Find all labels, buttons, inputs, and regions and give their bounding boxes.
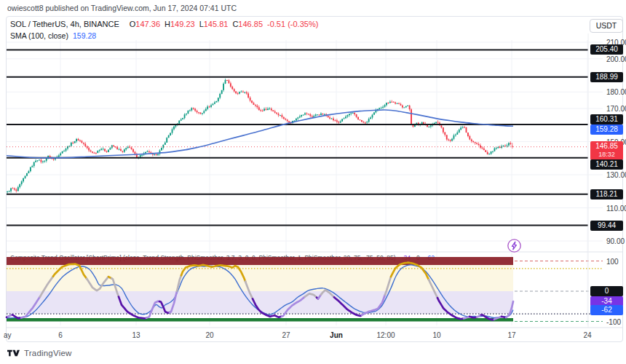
oscillator-tick: -100	[606, 317, 621, 325]
price-badge: 188.99	[590, 72, 623, 82]
sma-label: SMA (100, close)	[10, 31, 68, 40]
time-label: 12:00	[376, 331, 395, 339]
price-badge: 160.31	[590, 114, 623, 124]
ohlc-value: 146.85	[238, 20, 263, 28]
time-label: 6	[58, 331, 63, 339]
time-label: 27	[282, 331, 290, 339]
sma-legend-row[interactable]: SMA (100, close)159.28	[10, 31, 318, 40]
ohlc-value: 145.81	[204, 20, 229, 28]
price-tick: 180.00	[606, 88, 626, 96]
price-badge: 118.21	[590, 189, 623, 199]
oscillator-badge: -62	[590, 305, 623, 315]
ohlc-value: 149.23	[170, 20, 195, 28]
time-label: Jun	[330, 331, 343, 339]
time-label: 17	[507, 331, 515, 339]
sma-value: 159.28	[73, 31, 96, 40]
chart-legend: SOL / TetherUS, 4h, BINANCEO147.36H149.2…	[10, 20, 318, 40]
symbol-title[interactable]: SOL / TetherUS, 4h, BINANCE	[10, 20, 119, 28]
price-badge: 159.28	[590, 124, 623, 135]
ohlc-key: H	[165, 20, 170, 28]
time-label: 10	[432, 331, 440, 339]
chart-canvas[interactable]: Composite Trend Oscillator [ChartPrime] …	[0, 0, 626, 364]
price-tick: 130.00	[606, 171, 626, 179]
footer-branding[interactable]: TradingView	[7, 349, 71, 357]
price-badge: 205.40	[590, 44, 623, 55]
price-badge: 140.21	[590, 159, 623, 170]
symbol-legend-row[interactable]: SOL / TetherUS, 4h, BINANCEO147.36H149.2…	[10, 20, 318, 28]
time-label: 13	[132, 331, 140, 339]
price-tick: 200.00	[606, 55, 626, 63]
ohlc-values: O147.36H149.23L145.81C146.85	[125, 20, 263, 28]
lightning-icon	[507, 238, 522, 253]
change-value: -0.51 (-0.35%)	[267, 20, 318, 28]
price-badge: 146.8518:32	[590, 141, 623, 160]
price-tick: 110.00	[606, 204, 626, 212]
time-label: ay	[4, 331, 12, 339]
oscillator-badge: 0	[590, 286, 623, 296]
currency-toggle-button[interactable]: USDT	[590, 19, 623, 33]
price-tick: 90.00	[606, 237, 625, 245]
brand-name: TradingView	[24, 349, 71, 357]
price-tick: 170.00	[606, 105, 626, 113]
time-label: 20	[205, 331, 213, 339]
countdown-timer: 18:32	[590, 151, 623, 159]
tradingview-snapshot: owiescott8 published on TradingView.com,…	[0, 0, 626, 364]
oscillator-tick: 100	[606, 257, 619, 265]
price-badge: 99.44	[590, 221, 623, 231]
ohlc-value: 147.36	[135, 20, 160, 28]
boost-lightning-button[interactable]	[507, 238, 522, 253]
time-label: 24	[583, 331, 591, 339]
tradingview-logo-icon	[7, 349, 20, 357]
